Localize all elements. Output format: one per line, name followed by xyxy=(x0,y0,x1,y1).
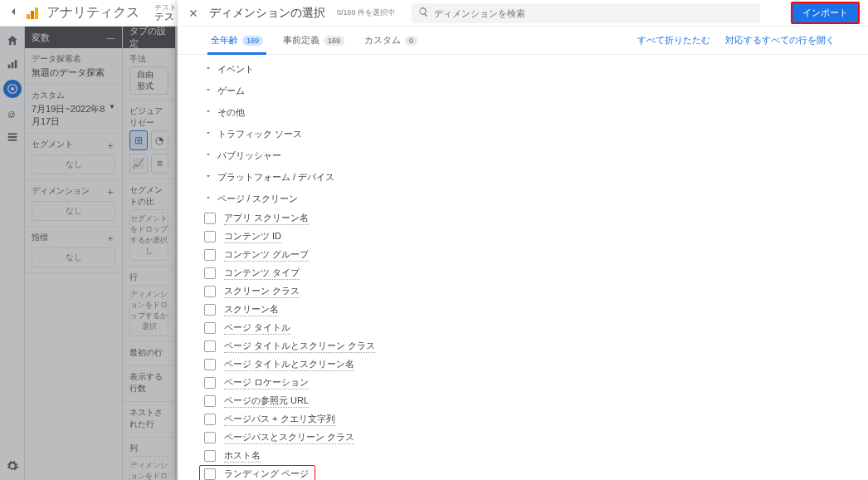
viz-table-icon[interactable]: ⊞ xyxy=(129,130,148,150)
dimension-item[interactable]: ページ タイトルとスクリーン名 xyxy=(199,355,835,374)
viz-donut-icon[interactable]: ◔ xyxy=(151,130,169,150)
dimension-item-label: ページの参照元 URL xyxy=(224,394,309,408)
dimension-item[interactable]: スクリーン クラス xyxy=(199,282,835,301)
checkbox[interactable] xyxy=(204,249,216,261)
dimension-group[interactable]: ページ / スクリーン xyxy=(199,188,835,209)
explore-icon[interactable] xyxy=(3,80,22,98)
svg-text:@: @ xyxy=(7,110,15,119)
dimension-item-label: コンテンツ タイプ xyxy=(224,267,300,280)
dimension-item[interactable]: ページの参照元 URL xyxy=(199,392,835,410)
checkbox[interactable] xyxy=(204,432,216,443)
close-icon[interactable] xyxy=(186,6,201,21)
svg-rect-0 xyxy=(7,65,10,69)
group-label: トラフィック ソース xyxy=(217,128,302,140)
checkbox[interactable] xyxy=(204,450,216,462)
dimension-group[interactable]: パブリッシャー xyxy=(199,144,835,166)
dimension-item[interactable]: コンテンツ タイプ xyxy=(199,264,835,282)
import-button[interactable]: インポート xyxy=(791,2,860,24)
dimension-item[interactable]: ランディング ページ xyxy=(199,465,315,480)
dimension-group[interactable]: その他 xyxy=(199,101,835,123)
segments-dropzone[interactable]: なし xyxy=(32,154,115,174)
technique-chip[interactable]: 自由形式 xyxy=(129,66,168,95)
minimize-icon[interactable]: — xyxy=(106,32,115,42)
exploration-name-value[interactable]: 無題のデータ探索 xyxy=(32,66,115,79)
tabsettings-title: タブの設定 xyxy=(129,25,168,50)
dimension-item[interactable]: スクリーン名 xyxy=(199,301,835,319)
dimension-group[interactable]: ゲーム xyxy=(199,80,835,101)
checkbox[interactable] xyxy=(204,213,216,224)
reports-icon[interactable] xyxy=(5,56,20,71)
tab-predefined[interactable]: 事前定義169 xyxy=(283,27,344,54)
svg-rect-1 xyxy=(11,62,13,68)
svg-rect-7 xyxy=(7,136,17,138)
checkbox[interactable] xyxy=(204,340,216,352)
dimension-item[interactable]: コンテンツ グループ xyxy=(199,246,835,264)
tabsettings-panel-header: タブの設定 xyxy=(123,27,175,48)
segcmp-label: セグメントの比 xyxy=(129,184,168,208)
search-input[interactable] xyxy=(434,8,753,18)
dimension-item[interactable]: コンテンツ ID xyxy=(199,228,835,246)
dimension-item-label: コンテンツ グループ xyxy=(224,248,309,262)
configure-icon[interactable] xyxy=(5,130,20,144)
dimension-item[interactable]: ページパスとスクリーン クラス xyxy=(199,429,835,447)
dimension-group[interactable]: イベント xyxy=(199,58,835,80)
metrics-dropzone[interactable]: なし xyxy=(32,247,115,267)
back-arrow-icon[interactable] xyxy=(7,5,23,21)
checkbox[interactable] xyxy=(204,377,216,389)
dimension-item-label: ページ タイトルとスクリーン クラス xyxy=(224,340,375,353)
add-dimension-button[interactable]: ＋ xyxy=(105,185,115,199)
add-segment-button[interactable]: ＋ xyxy=(105,139,115,153)
dimension-group[interactable]: トラフィック ソース xyxy=(199,123,835,144)
advertising-icon[interactable]: @ xyxy=(5,106,20,121)
dimension-item[interactable]: ページパス + クエリ文字列 xyxy=(199,410,835,429)
rows-dropzone[interactable]: ディメンションをドロップするか選択 xyxy=(129,285,168,336)
chevron-up-icon xyxy=(199,129,217,139)
segcmp-dropzone[interactable]: セグメントをドロップするか選択し xyxy=(129,209,168,261)
checkbox[interactable] xyxy=(204,414,216,425)
checkbox[interactable] xyxy=(204,231,216,242)
home-icon[interactable] xyxy=(5,33,20,48)
dimension-item[interactable]: ページ タイトル xyxy=(199,319,835,337)
gear-icon[interactable] xyxy=(5,458,20,473)
checkbox[interactable] xyxy=(204,395,216,407)
tab-custom[interactable]: カスタム0 xyxy=(364,27,417,54)
checkbox[interactable] xyxy=(204,267,216,279)
dimension-search[interactable] xyxy=(412,3,760,23)
add-metric-button[interactable]: ＋ xyxy=(105,232,115,246)
svg-rect-8 xyxy=(7,140,17,141)
search-icon xyxy=(418,7,429,20)
modal-subtitle: 0/169 件を選択中 xyxy=(337,7,395,18)
dimensions-dropzone[interactable]: なし xyxy=(32,201,115,221)
exploration-name-label: データ探索名 xyxy=(32,53,115,65)
checkbox[interactable] xyxy=(204,359,216,370)
expand-all-link[interactable]: 対応するすべての行を開く xyxy=(725,34,835,47)
nested-label: ネストされた行 xyxy=(129,407,168,430)
technique-label: 手法 xyxy=(129,53,168,65)
dimension-item[interactable]: ホスト名 xyxy=(199,447,835,465)
daterange-label: カスタム xyxy=(32,90,115,101)
dimension-item-label: ページパスとスクリーン クラス xyxy=(224,431,354,444)
chevron-up-icon xyxy=(199,64,217,74)
dimension-item[interactable]: ページ タイトルとスクリーン クラス xyxy=(199,337,835,355)
dimension-item-label: ランディング ページ xyxy=(224,468,309,480)
cols-dropzone[interactable]: ディメンションをドロップするか選択 xyxy=(129,456,168,480)
dimension-item[interactable]: アプリ スクリーン名 xyxy=(199,209,835,228)
collapse-all-link[interactable]: すべて折りたたむ xyxy=(637,34,710,47)
dimension-item-label: ホスト名 xyxy=(224,449,261,463)
tab-all[interactable]: 全年齢169 xyxy=(211,27,263,54)
group-label: イベント xyxy=(217,63,254,76)
group-label: ゲーム xyxy=(217,85,245,97)
dimension-item[interactable]: ページ ロケーション xyxy=(199,374,835,392)
checkbox[interactable] xyxy=(204,286,216,297)
viz-bar-icon[interactable]: ≡ xyxy=(151,154,169,174)
checkbox[interactable] xyxy=(204,468,216,480)
viz-line-icon[interactable]: 📈 xyxy=(129,154,148,174)
dimension-group[interactable]: プラットフォーム / デバイス xyxy=(199,166,835,188)
svg-rect-6 xyxy=(7,133,17,135)
svg-point-4 xyxy=(11,87,14,91)
checkbox[interactable] xyxy=(204,304,216,316)
checkbox[interactable] xyxy=(204,322,216,334)
dimension-item-label: ページ タイトルとスクリーン名 xyxy=(224,358,354,371)
daterange-value[interactable]: 7月19日~2022年8月17日▼ xyxy=(32,103,115,128)
dimension-item-label: スクリーン クラス xyxy=(224,285,300,298)
